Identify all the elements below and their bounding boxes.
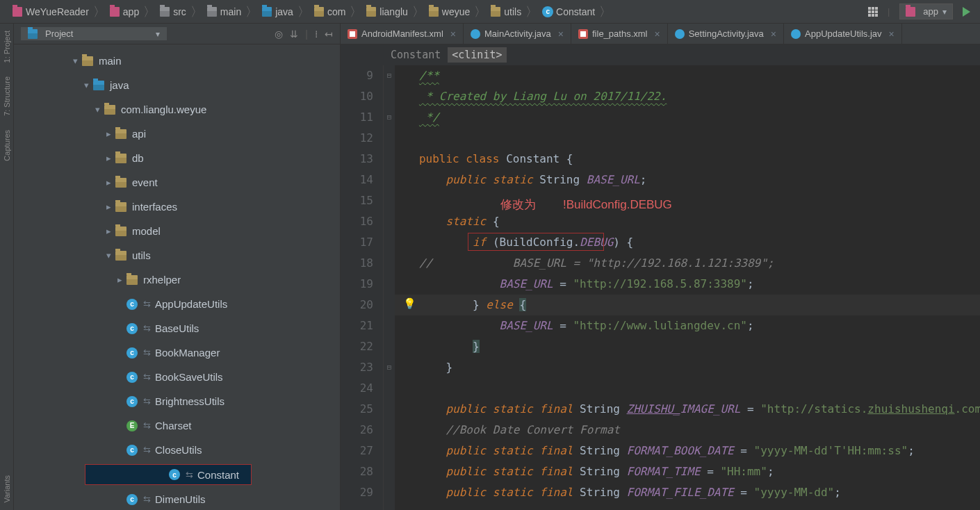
crumb-class[interactable]: Constant	[391, 49, 441, 61]
expand-arrow-icon[interactable]: ▾	[93, 104, 101, 115]
tree-node[interactable]: ▾com.lianglu.weyue	[14, 97, 340, 122]
settings-icon[interactable]: ⁞	[315, 28, 318, 40]
code-line[interactable]: public static final String FORMAT_BOOK_D…	[395, 441, 980, 461]
code-line[interactable]: //Book Date Convert Format	[395, 420, 980, 441]
close-icon[interactable]: ×	[768, 28, 776, 40]
expand-arrow-icon[interactable]: ▸	[104, 153, 113, 163]
fold-marker[interactable]	[384, 482, 395, 503]
breadcrumb-item[interactable]: com	[311, 6, 348, 17]
fold-marker[interactable]	[384, 295, 395, 315]
tree-node[interactable]: ▾java	[14, 73, 340, 97]
fold-marker[interactable]	[384, 461, 395, 482]
code-line[interactable]	[395, 128, 980, 149]
tree-node[interactable]: c⇆Constant	[85, 464, 252, 485]
fold-marker[interactable]	[384, 378, 395, 399]
tree-node[interactable]: ▸model	[14, 219, 340, 243]
fold-marker[interactable]: ⊟	[384, 65, 395, 86]
code-line[interactable]: */	[395, 107, 980, 128]
run-configuration-selector[interactable]: app ▾	[899, 3, 953, 19]
fold-marker[interactable]: ⊟	[384, 357, 395, 378]
breadcrumb-item[interactable]: java	[259, 6, 296, 17]
breadcrumb-item[interactable]: src	[157, 6, 189, 17]
panel-view-selector[interactable]: Project ▾	[21, 27, 167, 40]
fold-marker[interactable]	[384, 232, 395, 253]
code-line[interactable]: // BASE_URL = "http://192.168.1.121:3389…	[395, 253, 980, 274]
close-icon[interactable]: ×	[555, 28, 564, 40]
code-line[interactable]: public static final String ZHUISHU_IMAGE…	[395, 399, 980, 420]
project-tree[interactable]: ▾main▾java▾com.lianglu.weyue▸api▸db▸even…	[14, 44, 340, 510]
code-line[interactable]	[395, 378, 980, 399]
fold-marker[interactable]	[384, 315, 395, 336]
editor-tab[interactable]: AndroidManifest.xml×	[341, 24, 464, 44]
code-line[interactable]	[395, 190, 980, 211]
code-line[interactable]: public class Constant {	[395, 149, 980, 170]
fold-marker[interactable]	[384, 441, 395, 461]
tree-node[interactable]: ▸interfaces	[14, 195, 340, 219]
breadcrumb-item[interactable]: weyue	[426, 6, 473, 17]
fold-marker[interactable]	[384, 190, 395, 211]
tree-node[interactable]: ▸db	[14, 146, 340, 170]
tool-tab-project[interactable]: 1: Project	[2, 24, 12, 69]
breadcrumb-item[interactable]: WeYueReader	[10, 6, 92, 17]
fold-marker[interactable]	[384, 170, 395, 190]
code-line[interactable]: } else {	[395, 295, 980, 315]
expand-arrow-icon[interactable]: ▾	[104, 250, 113, 261]
close-icon[interactable]: ×	[651, 28, 660, 40]
fold-marker[interactable]: ⊟	[384, 107, 395, 128]
tree-node[interactable]: c⇆BaseUtils	[14, 316, 340, 340]
fold-marker[interactable]	[384, 420, 395, 441]
breadcrumb-item[interactable]: main	[204, 6, 244, 17]
code-line[interactable]: public static String BASE_URL;	[395, 170, 980, 190]
fold-marker[interactable]	[384, 86, 395, 107]
expand-arrow-icon[interactable]: ▸	[104, 129, 113, 139]
code-line[interactable]: }	[395, 357, 980, 378]
fold-marker[interactable]	[384, 274, 395, 295]
close-icon[interactable]: ×	[886, 28, 895, 40]
grid-icon[interactable]	[868, 7, 878, 17]
fold-column[interactable]: ⊟⊟⊟	[384, 65, 395, 510]
collapse-all-icon[interactable]: ⇊	[290, 28, 298, 40]
expand-arrow-icon[interactable]: ▸	[104, 201, 113, 212]
code-line[interactable]: public static final String FORMAT_TIME =…	[395, 461, 980, 482]
expand-arrow-icon[interactable]: ▸	[104, 177, 113, 188]
tree-node[interactable]: ▾main	[14, 49, 340, 73]
tree-node[interactable]: c⇆BookSaveUtils	[14, 365, 340, 389]
code-area[interactable]: 9101112131415161718192021222324252627282…	[341, 65, 980, 510]
breadcrumb-item[interactable]: app	[107, 6, 142, 17]
crumb-method[interactable]: <clinit>	[448, 47, 506, 63]
code-line[interactable]: BASE_URL = "http://www.luliangdev.cn";	[395, 315, 980, 336]
breadcrumb-item[interactable]: c Constant	[539, 6, 598, 17]
tree-node[interactable]: E⇆Charset	[14, 413, 340, 438]
fold-marker[interactable]	[384, 149, 395, 170]
expand-arrow-icon[interactable]: ▸	[104, 226, 113, 236]
code-line[interactable]: static {	[395, 211, 980, 232]
editor-tab[interactable]: AppUpdateUtils.jav×	[784, 24, 902, 44]
hide-icon[interactable]: ↤	[325, 28, 333, 40]
expand-arrow-icon[interactable]: ▸	[115, 274, 124, 285]
code-line[interactable]: }	[395, 336, 980, 357]
run-button[interactable]	[963, 7, 970, 17]
editor-tab[interactable]: file_paths.xml×	[571, 24, 668, 44]
editor-tab[interactable]: MainActivity.java×	[464, 24, 571, 44]
tool-tab-variants[interactable]: Variants	[2, 468, 12, 510]
target-icon[interactable]: ◎	[275, 28, 283, 40]
breadcrumb-item[interactable]: utils	[488, 6, 524, 17]
code-line[interactable]: /**	[395, 65, 980, 86]
code-body[interactable]: 修改为 !BuildConfig.DEBUG /** * Created by …	[395, 65, 980, 510]
tree-node[interactable]: ▸api	[14, 122, 340, 146]
tree-node[interactable]: ▾utils	[14, 243, 340, 268]
tool-tab-captures[interactable]: Captures	[2, 123, 12, 168]
intention-bulb-icon[interactable]: 💡	[403, 293, 416, 314]
fold-marker[interactable]	[384, 336, 395, 357]
fold-marker[interactable]	[384, 253, 395, 274]
tree-node[interactable]: c⇆CloseUtils	[14, 438, 340, 462]
close-icon[interactable]: ×	[448, 28, 456, 40]
code-line[interactable]: public static final String FORMAT_FILE_D…	[395, 482, 980, 503]
tool-tab-structure[interactable]: 7: Structure	[2, 69, 12, 123]
expand-arrow-icon[interactable]: ▾	[82, 80, 90, 90]
code-line[interactable]: if (BuildConfig.DEBUG) {	[395, 232, 980, 253]
tree-node[interactable]: ▸event	[14, 170, 340, 195]
code-line[interactable]: * Created by Liang Lu on 2017/11/22.	[395, 86, 980, 107]
tree-node[interactable]: c⇆BookManager	[14, 340, 340, 365]
tree-node[interactable]: ▸rxhelper	[14, 268, 340, 292]
